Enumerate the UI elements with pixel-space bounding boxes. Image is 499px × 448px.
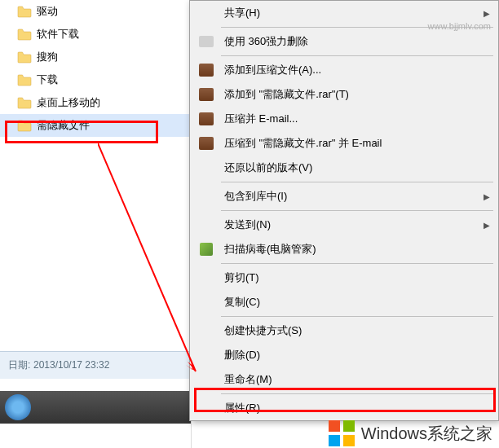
menu-divider [221,182,493,182]
menu-item-label: 重命名(M) [224,372,490,387]
menu-item-icon [197,63,216,77]
menu-divider [221,55,493,56]
menu-item-label: 复制(C) [224,295,490,310]
menu-item[interactable]: 发送到(N)▶ [190,213,498,237]
menu-item[interactable]: 删除(D) [190,343,498,367]
rar-icon [199,112,214,125]
menu-item-label: 使用 360强力删除 [224,34,490,49]
menu-divider [221,263,493,264]
watermark-url: www.bjjmlv.com [428,21,491,31]
menu-item-icon [197,372,216,387]
svg-rect-3 [329,420,340,432]
menu-divider [221,393,493,394]
menu-item-label: 共享(H) [224,6,477,20]
folder-label: 桌面上移动的 [37,95,100,110]
folder-item[interactable]: 下载 [0,68,191,91]
start-orb-icon [5,394,31,420]
svg-rect-6 [343,435,355,446]
menu-item[interactable]: 添加到 "需隐藏文件.rar"(T) [190,82,498,107]
menu-item[interactable]: 属性(R) [190,396,498,420]
watermark: Windows系统之家 [327,419,492,448]
menu-item-label: 删除(D) [224,348,490,362]
menu-item[interactable]: 压缩并 E-mail... [190,107,498,131]
menu-item-icon [197,295,216,310]
svg-rect-5 [329,435,340,446]
shield-icon [200,243,213,256]
folder-icon [16,28,33,41]
menu-item-icon [197,112,216,126]
folder-item[interactable]: 搜狗 [0,46,191,68]
folder-item[interactable]: 驱动 [0,0,191,23]
menu-item-label: 添加到压缩文件(A)... [224,63,490,77]
submenu-arrow-icon: ▶ [484,9,490,18]
menu-item[interactable]: 创建快捷方式(S) [190,318,498,343]
menu-item-label: 扫描病毒(电脑管家) [224,242,490,257]
menu-item-label: 还原以前的版本(V) [224,160,490,175]
menu-item-icon [197,217,216,232]
submenu-arrow-icon: ▶ [484,221,490,230]
rar-icon [199,88,214,101]
menu-divider [221,316,493,317]
menu-item[interactable]: 重命名(M) [190,367,498,392]
date-label: 日期: [8,359,30,371]
menu-item-icon [197,270,216,285]
watermark-text: Windows系统之家 [361,423,492,445]
menu-item[interactable]: 复制(C) [190,290,498,314]
menu-item-icon [197,136,216,151]
folder-icon [16,51,33,64]
menu-item-icon [197,6,216,20]
folder-icon [16,73,33,86]
date-value: 2013/10/17 23:32 [33,359,109,371]
start-button[interactable] [0,391,36,424]
folder-label: 下载 [37,72,58,87]
menu-item-icon [197,242,216,257]
folder-label: 驱动 [37,4,58,19]
menu-item[interactable]: 包含到库中(I)▶ [190,184,498,209]
folder-icon [16,96,33,109]
menu-item-label: 属性(R) [224,401,490,415]
menu-item-label: 剪切(T) [224,270,490,285]
folder-icon [16,119,33,132]
taskbar [0,391,191,424]
menu-item-icon [197,34,216,49]
folder-list-panel: 驱动软件下载搜狗下载桌面上移动的需隐藏文件 日期: 2013/10/17 23:… [0,0,192,448]
menu-item[interactable]: 剪切(T) [190,266,498,290]
menu-item-label: 包含到库中(I) [224,189,477,204]
folder-label: 软件下载 [37,27,79,42]
windows-logo-icon [327,419,356,448]
menu-item-icon [197,401,216,415]
menu-divider [221,210,493,211]
menu-item[interactable]: 还原以前的版本(V) [190,156,498,180]
menu-item-icon [197,160,216,175]
printer-icon [199,36,214,47]
menu-item[interactable]: 压缩到 "需隐藏文件.rar" 并 E-mail [190,131,498,156]
rar-icon [199,64,214,77]
folder-label: 搜狗 [37,50,58,64]
submenu-arrow-icon: ▶ [484,192,490,201]
menu-item-label: 压缩并 E-mail... [224,112,490,126]
folder-item[interactable]: 软件下载 [0,23,191,46]
folder-icon [16,5,33,18]
menu-item[interactable]: 使用 360强力删除 [190,29,498,54]
info-box: 日期: 2013/10/17 23:32 [0,351,192,379]
menu-item-icon [197,87,216,102]
menu-item-label: 发送到(N) [224,217,477,232]
folder-item[interactable]: 桌面上移动的 [0,91,191,114]
svg-rect-4 [343,420,355,432]
menu-item[interactable]: 添加到压缩文件(A)... [190,58,498,82]
menu-item[interactable]: 扫描病毒(电脑管家) [190,237,498,261]
menu-item-label: 添加到 "需隐藏文件.rar"(T) [224,87,490,102]
menu-item-icon [197,189,216,204]
folder-label: 需隐藏文件 [37,118,90,133]
rar-icon [199,137,214,150]
menu-item-icon [197,348,216,362]
folder-item[interactable]: 需隐藏文件 [0,114,191,137]
context-menu: 共享(H)▶使用 360强力删除添加到压缩文件(A)...添加到 "需隐藏文件.… [189,0,499,421]
menu-item-icon [197,323,216,338]
menu-item-label: 创建快捷方式(S) [224,323,490,338]
menu-item-label: 压缩到 "需隐藏文件.rar" 并 E-mail [224,136,490,151]
